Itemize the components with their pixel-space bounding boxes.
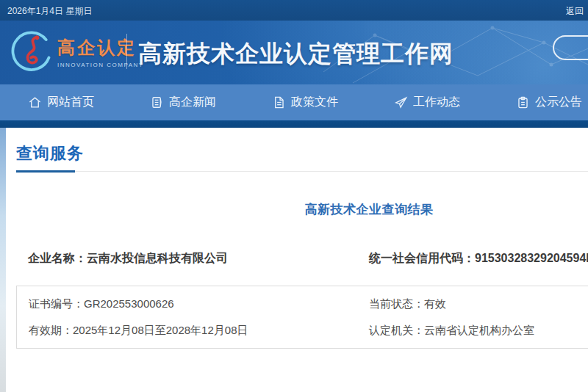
cert-status: 当前状态：有效 [357,297,588,311]
nav-item-label: 政策文件 [291,95,338,110]
news-icon [150,95,164,109]
company-name-label: 企业名称： [28,252,87,264]
site-logo[interactable]: 高企认定 INNOVATION COMPANY [10,29,144,75]
cert-authority: 认定机关：云南省认定机构办公室 [357,324,588,338]
certificate-detail-box: 证书编号：GR202553000626 当前状态：有效 有效期：2025年12月… [16,286,588,349]
section-divider-accent [16,170,75,173]
result-title: 高新技术企业查询结果 [16,201,588,218]
credit-code-value: 91530328329204594M [475,252,588,264]
send-icon [394,95,408,109]
header-divider [126,34,127,69]
nav-bottom-strip [0,120,588,128]
logo-cn-text: 高企认定 [57,36,144,59]
home-icon [28,95,42,109]
cert-validity: 有效期：2025年12月08日至2028年12月08日 [17,324,357,338]
logo-circle-icon [10,29,54,75]
nav-item-news[interactable]: 高企新闻 [150,95,216,110]
section-header: 查询服务 [16,142,588,172]
cert-number-label: 证书编号： [29,297,84,310]
page: 2026年1月4日 星期日 返回 高企认定 INNOVATION [0,0,588,392]
table-row: 证书编号：GR202553000626 当前状态：有效 [17,294,588,314]
cert-number: 证书编号：GR202553000626 [17,297,357,311]
search-input[interactable] [553,35,588,60]
credit-code: 统一社会信用代码：91530328329204594M [357,251,588,266]
nav-item-label: 工作动态 [413,95,460,110]
company-info-row: 企业名称：云南水投信息科技有限公司 统一社会信用代码：9153032832920… [16,251,588,266]
credit-code-label: 统一社会信用代码： [369,252,475,264]
section-divider [16,171,588,172]
content-panel: 查询服务 高新技术企业查询结果 企业名称：云南水投信息科技有限公司 统一社会信用… [6,128,588,392]
company-name-value: 云南水投信息科技有限公司 [87,252,228,264]
cert-status-value: 有效 [424,297,446,310]
nav-item-home[interactable]: 网站首页 [28,95,94,110]
logo-en-text: INNOVATION COMPANY [57,62,144,68]
site-header: 高企认定 INNOVATION COMPANY 高新技术企业认定管理工作网 [0,21,588,84]
clipboard-icon [516,95,530,109]
current-date: 2026年1月4日 星期日 [7,5,92,18]
nav-item-label: 公示公告 [535,95,582,110]
nav-item-label: 高企新闻 [169,95,216,110]
nav-item-label: 网站首页 [47,95,94,110]
cert-status-label: 当前状态： [369,297,424,310]
nav-item-policy[interactable]: 政策文件 [272,95,338,110]
company-name: 企业名称：云南水投信息科技有限公司 [16,251,357,266]
cert-authority-label: 认定机关： [369,324,424,336]
cert-validity-label: 有效期： [29,324,73,336]
table-row: 有效期：2025年12月08日至2028年12月08日 认定机关：云南省认定机构… [17,320,588,341]
back-link[interactable]: 返回 [566,5,584,18]
cert-number-value: GR202553000626 [84,297,174,310]
section-title: 查询服务 [16,142,588,164]
cert-authority-value: 云南省认定机构办公室 [424,324,534,336]
nav-item-announcements[interactable]: 公示公告 [516,95,582,110]
document-icon [272,95,286,109]
main-nav: 网站首页 高企新闻 政策文件 工作动态 [0,84,588,120]
cert-validity-value: 2025年12月08日至2028年12月08日 [73,324,248,336]
site-title: 高新技术企业认定管理工作网 [138,38,453,70]
top-utility-bar: 2026年1月4日 星期日 返回 [0,0,588,21]
nav-item-updates[interactable]: 工作动态 [394,95,460,110]
